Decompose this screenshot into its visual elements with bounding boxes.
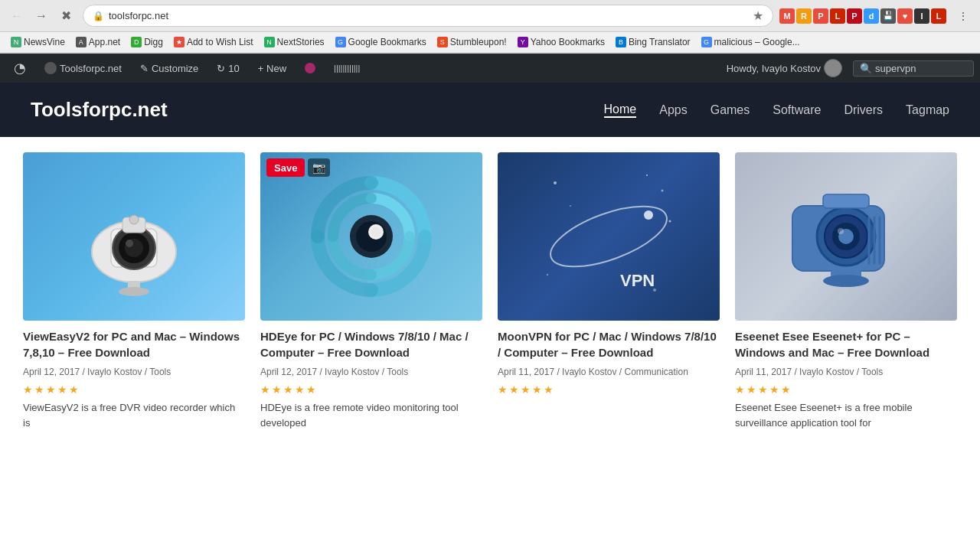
star-2-3: ★ — [283, 383, 293, 396]
forward-button[interactable]: → — [31, 5, 52, 27]
wp-search-box[interactable]: 🔍 — [853, 60, 974, 77]
bookmark-yahoo[interactable]: Y Yahoo Bookmarks — [513, 35, 609, 49]
bookmark-malicious[interactable]: G malicious – Google... — [697, 35, 805, 49]
nav-games[interactable]: Games — [710, 103, 750, 117]
post-meta-4: April 11, 2017 / Ivaylo Kostov / Tools — [735, 365, 957, 379]
star-2-2: ★ — [272, 383, 282, 396]
wp-logo-item[interactable]: ◔ — [6, 54, 34, 83]
nav-tagmap[interactable]: Tagmap — [906, 103, 949, 117]
ext-pocket-icon[interactable]: P — [813, 8, 828, 24]
post-category-4[interactable]: Tools — [861, 367, 883, 377]
star-3-3: ★ — [521, 383, 531, 396]
post-category-3[interactable]: Communication — [624, 367, 688, 377]
star-1-1: ★ — [23, 383, 33, 396]
post-author-3[interactable]: Ivaylo Kostov — [562, 367, 616, 377]
bookmark-google-bookmarks[interactable]: G Google Bookmarks — [331, 35, 431, 49]
bookmark-digg[interactable]: D Digg — [126, 35, 168, 49]
star-3-5: ★ — [544, 383, 554, 396]
post-title-1[interactable]: ViewEasyV2 for PC and Mac – Windows 7,8,… — [23, 328, 245, 360]
wp-new[interactable]: + New — [250, 54, 294, 83]
post-title-2[interactable]: HDEye for PC / Windows 7/8/10 / Mac / Co… — [260, 328, 482, 360]
ext-pinterest-icon[interactable]: P — [847, 8, 862, 24]
post-date-3: April 11, 2017 — [498, 367, 554, 377]
ext-email-icon[interactable]: M — [779, 8, 795, 24]
bookmark-star-icon[interactable]: ★ — [753, 8, 763, 23]
screenshot-button[interactable]: 📷 — [308, 158, 330, 177]
wp-updates[interactable]: ↻ 10 — [209, 54, 247, 83]
post-thumbnail-1[interactable] — [23, 152, 245, 321]
wishlist-icon: ★ — [174, 37, 185, 47]
camera-svg — [73, 175, 195, 298]
ext-heart-icon[interactable]: ♥ — [897, 8, 913, 24]
star-2-1: ★ — [260, 383, 270, 396]
reload-button[interactable]: ✖ — [55, 5, 77, 27]
ext-rss-icon[interactable]: R — [796, 8, 812, 24]
browser-top-bar: ← → ✖ 🔒 ★ M R P L P d 💾 ♥ I L ⋮ — [0, 0, 980, 32]
yahoo-icon: Y — [518, 37, 528, 47]
bookmark-appnet[interactable]: A App.net — [71, 35, 125, 49]
nextstories-icon: N — [264, 37, 275, 47]
pinterest-save-button[interactable]: Save — [266, 158, 305, 177]
address-input[interactable] — [109, 10, 745, 21]
wp-site-name[interactable]: Toolsforpc.net — [37, 54, 129, 83]
star-2-4: ★ — [295, 383, 305, 396]
post-category-1[interactable]: Tools — [149, 367, 171, 377]
bookmark-nextstories[interactable]: N NextStories — [260, 35, 329, 49]
bookmark-stumbleupon[interactable]: S Stumbleupon! — [433, 35, 511, 49]
wp-customize[interactable]: ✎ Customize — [132, 54, 206, 83]
post-title-4[interactable]: Eseenet Esee Eseenet+ for PC – Windows a… — [735, 328, 957, 360]
bookmark-newsvine[interactable]: N NewsVine — [6, 35, 70, 49]
audio-bars-icon: |||||||||||| — [334, 64, 360, 73]
post-thumbnail-3[interactable]: VPN — [498, 152, 720, 321]
eseenet-svg — [769, 160, 923, 313]
wp-search-input[interactable] — [875, 63, 967, 74]
address-bar-container[interactable]: 🔒 ★ — [83, 5, 773, 27]
bookmark-appnet-label: App.net — [89, 37, 120, 47]
svg-point-22 — [644, 210, 653, 220]
wp-yoast[interactable] — [297, 54, 323, 83]
wp-howdy[interactable]: Howdy, Ivaylo Kostov — [719, 54, 850, 83]
nav-software[interactable]: Software — [773, 103, 821, 117]
star-1-4: ★ — [57, 383, 67, 396]
site-nav: Home Apps Games Software Drivers Tagmap — [604, 103, 949, 118]
nav-drivers[interactable]: Drivers — [844, 103, 883, 117]
post-card-1: ViewEasyV2 for PC and Mac – Windows 7,8,… — [23, 152, 245, 430]
back-button[interactable]: ← — [6, 5, 28, 27]
post-stars-3: ★ ★ ★ ★ ★ — [498, 383, 720, 396]
post-date-1: April 12, 2017 — [23, 367, 80, 377]
site-logo[interactable]: Toolsforpc.net — [31, 98, 168, 122]
post-category-2[interactable]: Tools — [387, 367, 408, 377]
star-1-3: ★ — [46, 383, 56, 396]
ext-lastpass2-icon[interactable]: L — [931, 8, 946, 24]
save-overlay: Save 📷 — [266, 158, 330, 177]
user-avatar — [824, 59, 842, 77]
star-2-5: ★ — [306, 383, 316, 396]
post-title-3[interactable]: MoonVPN for PC / Mac / Windows 7/8/10 / … — [498, 328, 720, 360]
post-author-2[interactable]: Ivaylo Kostov — [325, 367, 379, 377]
svg-rect-30 — [823, 194, 869, 208]
post-stars-1: ★ ★ ★ ★ ★ — [23, 383, 245, 396]
updates-count: 10 — [228, 63, 239, 74]
ext-save-icon[interactable]: 💾 — [880, 8, 896, 24]
post-thumbnail-2[interactable]: Save 📷 ♡ — [260, 152, 482, 321]
post-meta-3: April 11, 2017 / Ivaylo Kostov / Communi… — [498, 365, 720, 379]
post-thumbnail-4[interactable] — [735, 152, 957, 321]
star-4-5: ★ — [781, 383, 791, 396]
bookmark-wishlist[interactable]: ★ Add to Wish List — [169, 35, 258, 49]
star-4-4: ★ — [769, 383, 779, 396]
bookmark-stumbleupon-label: Stumbleupon! — [450, 37, 507, 47]
browser-menu-button[interactable]: ⋮ — [952, 5, 974, 27]
bookmark-bing[interactable]: B Bing Translator — [611, 35, 695, 49]
star-3-2: ★ — [509, 383, 519, 396]
ext-type-icon[interactable]: I — [914, 8, 929, 24]
post-author-4[interactable]: Ivaylo Kostov — [799, 367, 854, 377]
yoast-icon — [305, 63, 315, 73]
ext-delicious-icon[interactable]: d — [864, 8, 879, 24]
nav-apps[interactable]: Apps — [659, 103, 687, 117]
nav-home[interactable]: Home — [604, 103, 637, 118]
ext-lastpass-icon[interactable]: L — [830, 8, 845, 24]
post-author-1[interactable]: Ivaylo Kostov — [87, 367, 142, 377]
nav-buttons: ← → ✖ — [6, 5, 77, 27]
post-stars-2: ★ ★ ★ ★ ★ — [260, 383, 482, 396]
post-date-2: April 12, 2017 — [260, 367, 317, 377]
